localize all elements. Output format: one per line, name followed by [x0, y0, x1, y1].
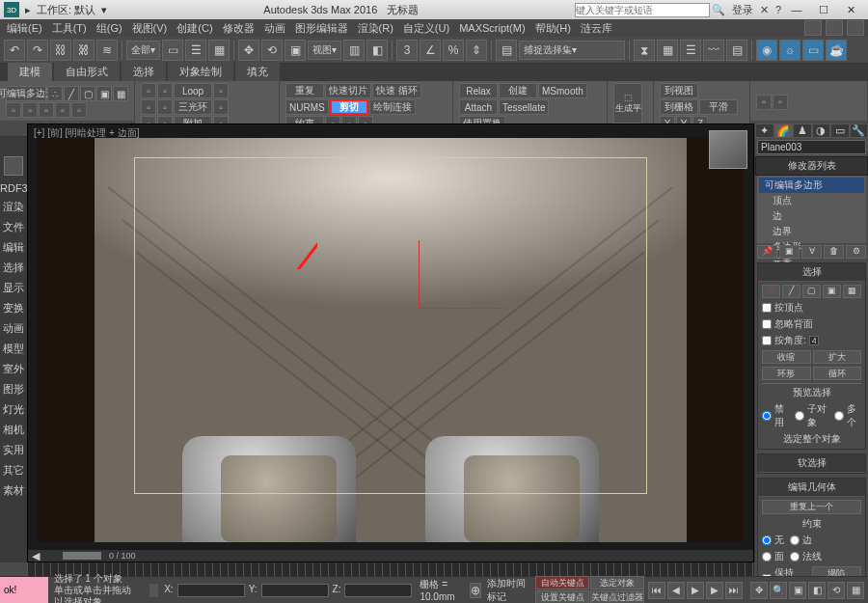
menu-view[interactable]: 视图(V) — [129, 21, 171, 36]
pivot-button[interactable]: ▥ — [343, 40, 365, 61]
select-scale-button[interactable]: ▣ — [285, 40, 306, 61]
left-rdf3[interactable]: RDF3 — [0, 179, 27, 197]
setkey-button[interactable]: 设置关键点 — [535, 590, 589, 603]
tab-display[interactable]: ▭ — [830, 123, 850, 138]
left-transform[interactable]: 变换 — [0, 298, 27, 318]
pm-b1[interactable]: ▫ — [6, 102, 21, 118]
viewport[interactable]: [+] [前] [明暗处理 + 边面] ◀0 / 100 — [27, 123, 754, 562]
play-button[interactable]: ▶ — [687, 582, 704, 599]
keyfilter-button[interactable]: 关键点过滤器 — [590, 590, 644, 603]
menu-customize[interactable]: 自定义(U) — [400, 21, 452, 36]
select-move-button[interactable]: ✥ — [238, 40, 259, 61]
menu-lianyun[interactable]: 涟云库 — [578, 21, 615, 36]
left-other[interactable]: 其它 — [0, 460, 27, 480]
select-rotate-button[interactable]: ⟲ — [261, 40, 283, 61]
fov-button[interactable]: ◧ — [808, 582, 826, 599]
stack-editable-poly[interactable]: 可编辑多边形 — [759, 178, 864, 193]
mirror-button[interactable]: ⧗ — [634, 40, 655, 61]
stack-unique-button[interactable]: ∀ — [801, 245, 822, 259]
preview-off-radio[interactable] — [762, 411, 772, 421]
repeatlast-button[interactable]: 重复上一个 — [762, 500, 861, 514]
so-edge-button[interactable]: ╱ — [782, 285, 800, 298]
render-prod-button[interactable]: ☕ — [826, 40, 847, 61]
left-select[interactable]: 选择 — [0, 258, 27, 278]
left-render[interactable]: 渲染 — [0, 197, 27, 217]
redo-button[interactable]: ↷ — [27, 40, 48, 61]
ms-i5[interactable]: ▫ — [157, 99, 173, 115]
minimize-button[interactable]: — — [783, 4, 810, 15]
shrink-button[interactable]: 收缩 — [762, 350, 811, 364]
object-name-field[interactable]: Plane003 — [757, 140, 866, 154]
coord-z[interactable] — [344, 584, 412, 597]
material-ed-button[interactable]: ◉ — [756, 40, 777, 61]
maxtoggle-button[interactable]: ▦ — [847, 582, 864, 599]
ribtab-objectpaint[interactable]: 对象绘制 — [168, 63, 233, 81]
coord-x[interactable] — [177, 584, 245, 597]
ms-i4[interactable]: ▫ — [141, 99, 156, 115]
ribtab-populate[interactable]: 填充 — [235, 63, 280, 81]
render-setup-button[interactable]: ☼ — [779, 40, 800, 61]
spinner-snap-button[interactable]: ⇕ — [466, 40, 487, 61]
align-smooth-button[interactable]: 平滑 — [699, 99, 738, 115]
script-listener[interactable]: ok! — [0, 577, 48, 603]
workspace-label[interactable]: 工作区: 默认 — [37, 3, 95, 17]
zoom-button[interactable]: 🔍 — [770, 582, 787, 599]
menu-edit[interactable]: 编辑(E) — [4, 21, 45, 36]
c-none-radio[interactable] — [762, 535, 772, 545]
exchange-icon[interactable]: ✕ — [760, 4, 769, 15]
left-shape[interactable]: 图形 — [0, 379, 27, 399]
coord-y[interactable] — [261, 584, 329, 597]
ribtab-freeform[interactable]: 自由形式 — [54, 63, 120, 81]
pm-b5[interactable]: ▫ — [71, 102, 87, 118]
prop-i1[interactable]: ▫ — [756, 95, 772, 110]
menu-right-icon-1[interactable] — [804, 20, 822, 36]
help-icon[interactable]: ? — [775, 4, 781, 15]
signin-link[interactable]: 登录 — [732, 4, 753, 15]
editable-poly-button[interactable]: 可编辑多边形 — [6, 86, 46, 101]
percent-snap-button[interactable]: % — [443, 40, 464, 61]
menu-group[interactable]: 组(G) — [94, 21, 125, 36]
ring-button[interactable]: 三光环 — [174, 99, 212, 115]
tessellate-button[interactable]: Tessellate — [499, 99, 549, 115]
modifier-stack[interactable]: 可编辑多边形 顶点 边 边界 多边形 元素 — [757, 176, 866, 243]
preview-subobj-radio[interactable] — [795, 411, 804, 421]
select-object-button[interactable]: ▭ — [162, 40, 183, 61]
tab-hierarchy[interactable]: ♟ — [793, 123, 812, 138]
modifier-list-dropdown[interactable]: 修改器列表 — [755, 156, 868, 176]
left-model[interactable]: 模型 — [0, 339, 27, 359]
menu-maxscript[interactable]: MAXScript(M) — [456, 22, 528, 34]
align-view-button[interactable]: 到视图 — [660, 83, 698, 98]
close-button[interactable]: ✕ — [837, 4, 864, 16]
menu-tools[interactable]: 工具(T) — [49, 21, 90, 36]
align-button[interactable]: ▦ — [657, 40, 678, 61]
loop-sel-button[interactable]: 循环 — [813, 367, 862, 380]
left-anim[interactable]: 动画 — [0, 318, 27, 339]
bind-button[interactable]: ≋ — [96, 40, 118, 61]
cut-button[interactable]: 剪切 — [330, 99, 368, 115]
stack-remove-button[interactable]: 🗑 — [824, 245, 844, 259]
ms-i3[interactable]: ▫ — [213, 83, 229, 98]
byangle-spinner[interactable] — [809, 336, 819, 345]
so-vertex-button[interactable]: ∴ — [762, 285, 780, 298]
c-edge-radio[interactable] — [790, 535, 800, 545]
ignoreback-checkbox[interactable] — [762, 319, 772, 329]
left-camera[interactable]: 相机 — [0, 420, 27, 440]
select-region-button[interactable]: ▦ — [208, 40, 230, 61]
preview-multi-radio[interactable] — [834, 411, 844, 421]
paintconnect-button[interactable]: 绘制连接 — [369, 99, 416, 115]
left-outdoor[interactable]: 室外 — [0, 359, 27, 379]
pan-button[interactable]: ✥ — [750, 582, 768, 599]
tab-motion[interactable]: ◑ — [812, 123, 831, 138]
help-search-input[interactable] — [575, 3, 710, 17]
edge-so-button[interactable]: ╱ — [64, 86, 79, 101]
tab-create[interactable]: ✦ — [755, 123, 774, 138]
selection-filter-dropdown[interactable]: 全部 ▾ — [126, 41, 160, 60]
menu-right-icon-3[interactable] — [847, 20, 864, 36]
border-so-button[interactable]: ▢ — [80, 86, 95, 101]
render-frame-button[interactable]: ▭ — [802, 40, 824, 61]
addtime-label[interactable]: 添加时间标记 — [487, 577, 526, 604]
pm-b2[interactable]: ▫ — [22, 102, 38, 118]
nurms-button[interactable]: NURMS — [285, 99, 329, 115]
orbit-button[interactable]: ⟲ — [827, 582, 845, 599]
ms-i2[interactable]: ▫ — [157, 83, 173, 98]
